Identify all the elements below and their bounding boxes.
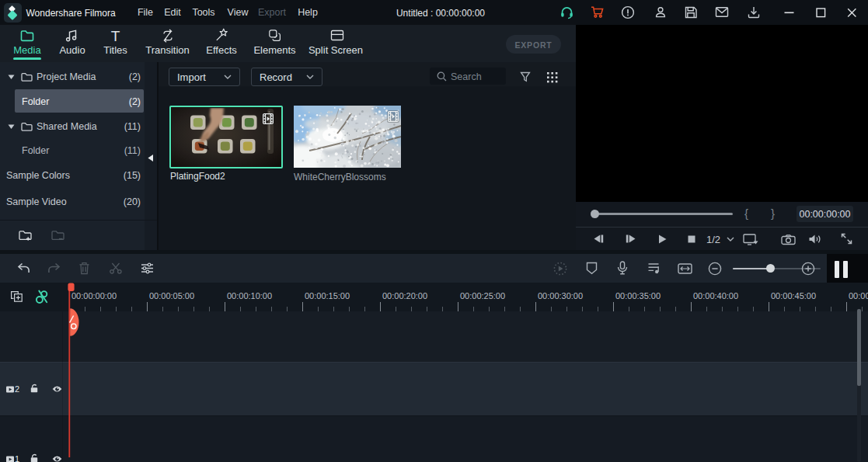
svg-text:00:00:10:00: 00:00:10:00 [227, 291, 272, 300]
svg-text:00:00:20:00: 00:00:20:00 [382, 291, 427, 300]
svg-text:00:00:40:00: 00:00:40:00 [693, 291, 738, 300]
svg-text:00:00:25:00: 00:00:25:00 [460, 291, 505, 300]
svg-text:00:00:15:00: 00:00:15:00 [305, 291, 350, 300]
svg-text:00:00:05:00: 00:00:05:00 [149, 291, 194, 300]
svg-text:00:00:50:00: 00:00:50:00 [849, 291, 868, 300]
svg-text:00:00:35:00: 00:00:35:00 [615, 291, 661, 300]
svg-text:00:00:45:00: 00:00:45:00 [771, 291, 816, 300]
svg-text:00:00:30:00: 00:00:30:00 [538, 291, 583, 300]
